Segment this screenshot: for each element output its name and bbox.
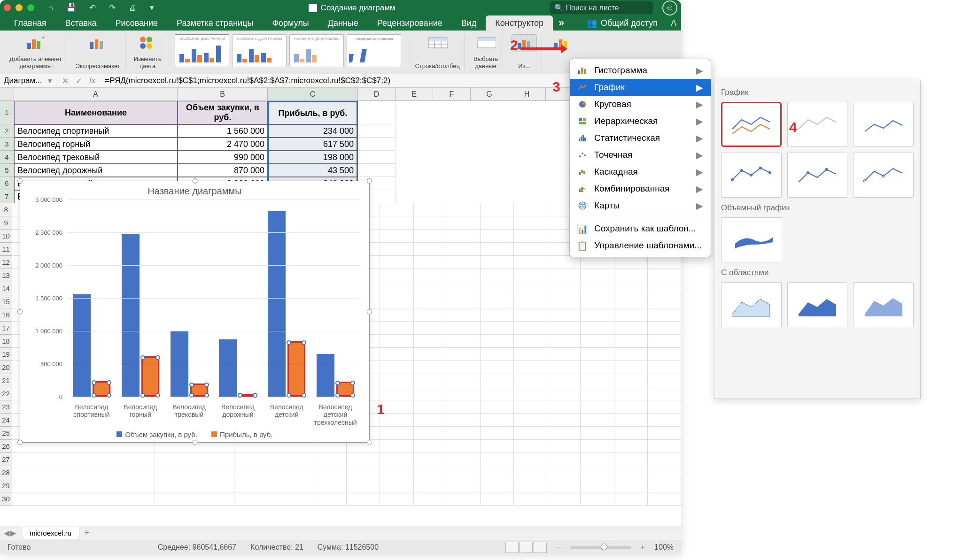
ctx-item-статистическая[interactable]: Статистическая▶ (570, 130, 711, 146)
tab-page-layout[interactable]: Разметка страницы (167, 15, 263, 31)
row-header-10[interactable]: 10 (0, 230, 12, 243)
row-header-25[interactable]: 25 (0, 427, 12, 440)
search-input[interactable]: 🔍 Поиск на листе (550, 1, 653, 14)
chart-title[interactable]: Название диаграммы (20, 181, 369, 199)
row-header-2[interactable]: 2 (0, 124, 14, 138)
cell[interactable]: Велосипед горный (14, 138, 178, 151)
cell-c1[interactable]: Прибыль, в руб. (268, 101, 358, 124)
cell[interactable]: 870 000 (178, 164, 268, 177)
ribbon-group-add-element[interactable]: + Добавить элемент диаграммы (5, 33, 67, 71)
tab-insert[interactable]: Вставка (56, 15, 106, 31)
ctx-item-каскадная[interactable]: Каскадная▶ (570, 163, 711, 180)
ctx-save-template[interactable]: 📊Сохранить как шаблон... (570, 220, 711, 237)
cell[interactable]: 234 000 (268, 124, 358, 138)
add-sheet-button[interactable]: + (84, 528, 90, 538)
save-icon[interactable]: 💾 (66, 3, 76, 13)
chart-style-2[interactable]: НАЗВАНИЕ ДИАГРАММЫ (232, 34, 287, 67)
cell[interactable]: 1 560 000 (178, 124, 268, 138)
home-icon[interactable]: ⌂ (48, 3, 53, 13)
cell[interactable]: 990 000 (178, 151, 268, 164)
area-chart-type-1[interactable] (721, 282, 782, 327)
zoom-slider[interactable] (570, 546, 631, 549)
chart-style-4[interactable]: Название диаграммы (347, 34, 401, 67)
col-header-f[interactable]: F (433, 88, 471, 100)
row-header-27[interactable]: 27 (0, 453, 12, 466)
tab-view[interactable]: Вид (452, 15, 486, 31)
prev-sheet-icon[interactable]: ◀ (4, 529, 9, 537)
ctx-item-иерархическая[interactable]: Иерархическая▶ (570, 113, 711, 130)
ctx-item-карты[interactable]: Карты▶ (570, 197, 711, 214)
redo-icon[interactable]: ↷ (109, 3, 116, 13)
ctx-item-график[interactable]: График▶ (570, 79, 711, 96)
row-header-30[interactable]: 30 (0, 492, 12, 506)
row-header-23[interactable]: 23 (0, 400, 12, 414)
chart-plot-area[interactable]: 0500 0001 000 0001 500 0002 000 0002 500… (30, 199, 360, 397)
ctx-item-комбинированная[interactable]: Комбинированная▶ (570, 180, 711, 197)
ctx-item-круговая[interactable]: Круговая▶ (570, 96, 711, 113)
ribbon-group-switch-rowcol[interactable]: Строка/столбец (410, 33, 465, 71)
cell-d1[interactable] (358, 101, 396, 124)
next-sheet-icon[interactable]: ▶ (10, 529, 16, 537)
tab-data[interactable]: Данные (318, 15, 368, 31)
col-header-h[interactable]: H (508, 88, 546, 100)
line-chart-type-4[interactable] (721, 153, 782, 198)
chart-style-1[interactable]: НАЗВАНИЕ ДИАГРАММЫ (175, 34, 229, 67)
row-header-14[interactable]: 14 (0, 282, 12, 295)
col-header-a[interactable]: A (14, 88, 178, 100)
row-header-11[interactable]: 11 (0, 243, 12, 256)
view-page-layout[interactable] (520, 542, 533, 553)
col-header-b[interactable]: B (178, 88, 268, 100)
print-icon[interactable]: 🖨 (129, 3, 137, 13)
line-chart-type-6[interactable] (853, 153, 914, 198)
more-tabs-button[interactable]: » (553, 14, 570, 32)
tab-design[interactable]: Конструктор (486, 15, 553, 31)
minimize-button[interactable] (16, 4, 23, 11)
ctx-item-гистограмма[interactable]: Гистограмма▶ (570, 62, 711, 79)
row-header-28[interactable]: 28 (0, 466, 12, 479)
row-header-22[interactable]: 22 (0, 387, 12, 400)
cell-a1[interactable]: Наименование (14, 101, 178, 124)
3d-line-chart-type[interactable] (721, 217, 782, 262)
col-header-g[interactable]: G (471, 88, 508, 100)
ribbon-group-select-data[interactable]: Выбрать данные (469, 33, 503, 71)
cell[interactable]: Велосипед спортивный (14, 124, 178, 138)
row-header-3[interactable]: 3 (0, 138, 14, 151)
ribbon-group-quick-layout[interactable]: Экспресс-макет (71, 33, 125, 71)
row-header-8[interactable]: 8 (0, 203, 12, 216)
col-header-e[interactable]: E (396, 88, 433, 100)
row-header-7[interactable]: 7 (0, 190, 14, 203)
row-header-4[interactable]: 4 (0, 151, 14, 164)
tab-formulas[interactable]: Формулы (263, 15, 318, 31)
zoom-out-icon[interactable]: − (556, 543, 560, 552)
undo-icon[interactable]: ↶ (89, 3, 96, 13)
accept-formula-icon[interactable]: ✓ (76, 76, 82, 86)
ctx-manage-templates[interactable]: 📋Управление шаблонами... (570, 237, 711, 254)
cancel-formula-icon[interactable]: ✕ (62, 76, 69, 86)
row-header-9[interactable]: 9 (0, 216, 12, 230)
view-page-break[interactable] (534, 542, 547, 553)
cell[interactable]: Велосипед трековый (14, 151, 178, 164)
view-normal[interactable] (505, 542, 519, 553)
row-header-20[interactable]: 20 (0, 361, 12, 374)
row-header-17[interactable]: 17 (0, 322, 12, 335)
cell[interactable]: Велосипед дорожный (14, 164, 178, 177)
ribbon-group-change-colors[interactable]: Изменить цвета (129, 33, 167, 71)
row-header-19[interactable]: 19 (0, 348, 12, 361)
row-header-1[interactable]: 1 (0, 101, 14, 124)
sheet-tab[interactable]: microexcel.ru (22, 527, 79, 539)
row-header-16[interactable]: 16 (0, 308, 12, 322)
cell[interactable]: 2 470 000 (178, 138, 268, 151)
embedded-chart[interactable]: Название диаграммы 0500 0001 000 0001 50… (20, 181, 370, 443)
cell[interactable]: 617 500 (268, 138, 358, 151)
col-header-c[interactable]: C (268, 88, 358, 100)
area-chart-type-3[interactable] (853, 282, 914, 327)
name-box[interactable]: Диаграм...▾ (0, 76, 56, 86)
dropdown-icon[interactable]: ▾ (150, 3, 154, 13)
row-header-12[interactable]: 12 (0, 256, 12, 269)
row-header-26[interactable]: 26 (0, 440, 12, 453)
close-button[interactable] (4, 4, 11, 11)
row-header-24[interactable]: 24 (0, 414, 12, 427)
chart-style-3[interactable]: НАЗВАНИЕ ДИАГРАММЫ (289, 34, 344, 67)
user-menu-button[interactable]: ☺ (662, 0, 677, 15)
row-header-13[interactable]: 13 (0, 269, 12, 282)
